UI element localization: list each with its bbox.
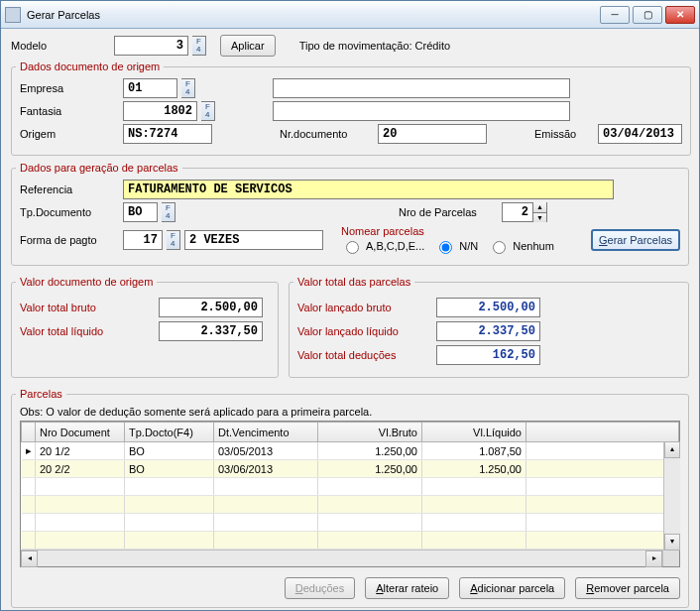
- lanc-liquido-label: Valor lançado líquido: [297, 325, 436, 337]
- empresa-nome-input[interactable]: [273, 78, 570, 98]
- maximize-button[interactable]: ▢: [633, 6, 662, 24]
- col-vlbruto[interactable]: Vl.Bruto: [318, 423, 422, 442]
- col-vlliquido[interactable]: Vl.Líquido: [422, 423, 526, 442]
- fantasia-lookup-icon[interactable]: F4: [201, 101, 215, 121]
- app-icon: [5, 7, 21, 23]
- deducoes-label: Valor total deduções: [297, 349, 436, 361]
- col-spacer: [526, 423, 679, 442]
- valor-bruto-field: [159, 298, 263, 317]
- scroll-up-icon[interactable]: ▴: [664, 441, 680, 458]
- nrdoc-label: Nr.documento: [280, 128, 374, 140]
- lanc-liquido-field: [436, 321, 540, 341]
- legend-valor-parcelas: Valor total das parcelas: [293, 276, 414, 288]
- nrdoc-input[interactable]: [378, 124, 487, 144]
- minimize-button[interactable]: ─: [600, 6, 630, 24]
- valor-liquido-label: Valor total líquido: [20, 325, 159, 337]
- grupo-geracao-parcelas: Dados para geração de parcelas Referenci…: [11, 162, 689, 266]
- scroll-left-icon[interactable]: ◂: [21, 550, 38, 567]
- nomear-label: Nomear parcelas: [341, 225, 554, 237]
- alterar-rateio-button[interactable]: Alterar rateio: [365, 577, 449, 599]
- nroparcelas-label: Nro de Parcelas: [399, 206, 498, 218]
- origem-input[interactable]: [123, 124, 212, 144]
- deducoes-button: Deduções: [285, 577, 356, 599]
- titlebar: Gerar Parcelas ─ ▢ ✕: [1, 1, 699, 29]
- modelo-lookup-icon[interactable]: F4: [192, 36, 206, 56]
- col-vencimento[interactable]: Dt.Vencimento: [214, 423, 318, 442]
- lanc-bruto-field: [436, 298, 540, 317]
- legend-valor-origem: Valor documento de origem: [16, 276, 157, 288]
- emissao-label: Emissão: [534, 128, 594, 140]
- grupo-parcelas: Parcelas Obs: O valor de dedução somente…: [11, 388, 689, 608]
- legend-dados-origem: Dados documento de origem: [16, 61, 164, 72]
- col-tpdocto[interactable]: Tp.Docto(F4): [125, 423, 214, 442]
- empresa-input[interactable]: [123, 78, 177, 98]
- legend-geracao: Dados para geração de parcelas: [16, 162, 182, 174]
- lanc-bruto-label: Valor lançado bruto: [297, 302, 436, 313]
- window-title: Gerar Parcelas: [27, 9, 600, 21]
- scroll-right-icon[interactable]: ▸: [645, 550, 662, 567]
- fantasia-nome-input[interactable]: [273, 101, 570, 121]
- formapagto-lookup-icon[interactable]: F4: [167, 230, 180, 250]
- referencia-input[interactable]: [123, 180, 614, 199]
- gerar-parcelas-button[interactable]: Gerar Parcelas: [591, 229, 680, 251]
- row-marker-icon: ▸: [22, 442, 36, 460]
- nroparcelas-down-icon[interactable]: ▼: [532, 212, 546, 222]
- empresa-lookup-icon[interactable]: F4: [181, 78, 195, 98]
- grupo-valor-origem: Valor documento de origem Valor total br…: [11, 276, 279, 378]
- table-row[interactable]: ▸ 20 1/2 BO 03/05/2013 1.250,00 1.087,50: [22, 442, 679, 460]
- aplicar-button[interactable]: Aplicar: [220, 35, 276, 57]
- tipo-mov-label: Tipo de movimentação: Crédito: [299, 40, 450, 52]
- grid-vscrollbar[interactable]: ▴ ▾: [663, 441, 680, 550]
- legend-parcelas: Parcelas: [16, 388, 66, 400]
- formapagto-nome-input[interactable]: [184, 230, 323, 250]
- modelo-label: Modelo: [11, 40, 110, 52]
- fantasia-label: Fantasia: [20, 105, 119, 117]
- origem-label: Origem: [20, 128, 119, 140]
- formapagto-label: Forma de pagto: [20, 234, 119, 246]
- grid-hscrollbar[interactable]: ◂ ▸: [21, 550, 679, 566]
- remover-parcela-button[interactable]: Remover parcela: [575, 577, 680, 599]
- scroll-down-icon[interactable]: ▾: [664, 534, 680, 550]
- table-row[interactable]: 20 2/2 BO 03/06/2013 1.250,00 1.250,00: [22, 460, 679, 478]
- nroparcelas-up-icon[interactable]: ▲: [532, 202, 546, 212]
- radio-nenhum[interactable]: Nenhum: [488, 238, 554, 254]
- fantasia-input[interactable]: [123, 101, 197, 121]
- col-nrodoc[interactable]: Nro Document: [36, 423, 125, 442]
- valor-bruto-label: Valor total bruto: [20, 302, 159, 313]
- obs-text: Obs: O valor de dedução somente será apl…: [20, 406, 680, 418]
- radio-nn[interactable]: N/N: [434, 238, 478, 254]
- nroparcelas-input[interactable]: [503, 205, 532, 219]
- emissao-input[interactable]: [598, 124, 682, 144]
- referencia-label: Referencia: [20, 183, 119, 195]
- modelo-input[interactable]: [114, 36, 188, 56]
- empresa-label: Empresa: [20, 82, 119, 94]
- deducoes-field: [436, 345, 540, 365]
- tpdoc-input[interactable]: [123, 202, 158, 222]
- parcelas-grid[interactable]: Nro Document Tp.Docto(F4) Dt.Vencimento …: [20, 421, 680, 567]
- grupo-dados-origem: Dados documento de origem Empresa F4 Fan…: [11, 61, 691, 156]
- tpdoc-label: Tp.Documento: [20, 206, 119, 218]
- tpdoc-lookup-icon[interactable]: F4: [162, 202, 175, 222]
- close-button[interactable]: ✕: [665, 6, 695, 24]
- adicionar-parcela-button[interactable]: Adicionar parcela: [459, 577, 565, 599]
- valor-liquido-field: [159, 321, 263, 341]
- radio-abc[interactable]: A,B,C,D,E...: [341, 238, 424, 254]
- grid-corner: [22, 423, 36, 442]
- formapagto-input[interactable]: [123, 230, 163, 250]
- grupo-valor-parcelas: Valor total das parcelas Valor lançado b…: [289, 276, 689, 378]
